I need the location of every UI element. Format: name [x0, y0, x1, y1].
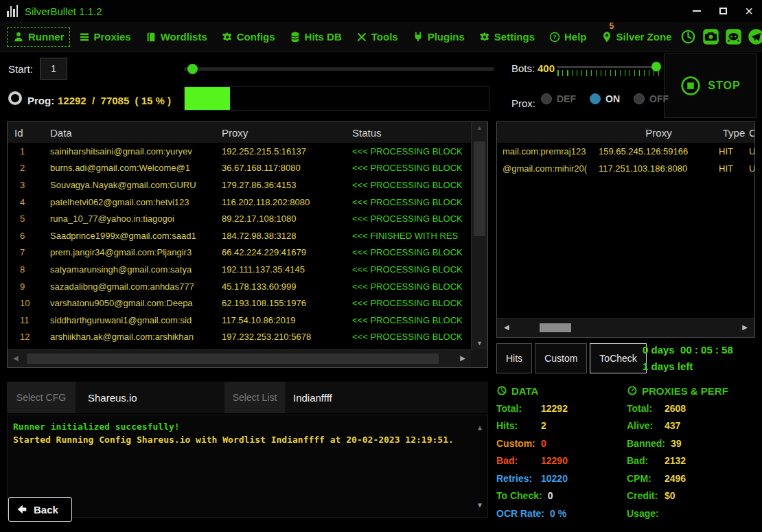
prox-def-radio[interactable]: DEF [541, 93, 576, 104]
scroll-down-icon[interactable]: ▼ [472, 340, 487, 347]
cell-id: 8 [14, 264, 50, 275]
scroll-right-icon[interactable]: ▶ [460, 354, 465, 362]
scroll-up-icon[interactable]: ▲ [472, 124, 487, 131]
tab-hits[interactable]: Hits [496, 343, 532, 373]
progress-fill [185, 87, 230, 110]
table-row[interactable]: 4 patelhetvi062@gmail.com:hetvi123 116.2… [8, 194, 471, 211]
cell-status: <<< PROCESSING BLOCK [352, 247, 471, 257]
gauge-icon [627, 385, 638, 396]
table-row[interactable]: 12 arshiikhan.ak@gmail.com:arshikhan 197… [8, 329, 471, 346]
log-line: Started Running Config Shareus.io with W… [13, 433, 470, 446]
vertical-scrollbar[interactable]: ▲ ▼ [471, 122, 487, 349]
cell-status: <<< PROCESSING BLOCK [352, 332, 471, 342]
table-row[interactable]: 3 Souvagya.Nayak@gmail.com:GURU 179.27.8… [8, 176, 471, 194]
cell-proxy: 197.232.253.210:5678 [222, 332, 352, 342]
radio-circle-icon [541, 93, 552, 104]
tab-label: Plugins [428, 31, 465, 43]
scroll-left-icon[interactable]: ◀ [504, 323, 509, 331]
silver-zone-badge: 5 [610, 21, 614, 31]
bots-slider[interactable] [557, 66, 659, 76]
table-row[interactable]: mail.com:premraj123 159.65.245.126:59166… [497, 143, 754, 160]
scroll-left-icon[interactable]: ◀ [13, 354, 19, 362]
table-row[interactable]: 6 Saadprince1999x@gmail.com:saad1 184.72… [8, 227, 471, 244]
hits-table-body: mail.com:premraj123 159.65.245.126:59166… [497, 143, 754, 177]
proxies-list-icon [78, 31, 91, 43]
stat-label: CPM: [627, 473, 659, 484]
tab-runner[interactable]: Runner [7, 27, 70, 47]
tab-help[interactable]: ? Help [543, 27, 592, 47]
tools-icon [356, 31, 368, 43]
skip-slider[interactable] [184, 67, 494, 71]
header-capture: C [749, 127, 755, 139]
settings-gear-icon [478, 31, 491, 43]
scroll-down-icon[interactable]: ▼ [478, 498, 482, 511]
table-row[interactable]: 9 sazadalibng@gmail.com:anhdas777 45.178… [8, 278, 471, 295]
tab-plugins[interactable]: Plugins [406, 27, 470, 47]
log-console[interactable]: ▲ ▼ Runner initialized succesfully! Star… [7, 415, 488, 518]
tab-settings[interactable]: Settings [473, 27, 540, 47]
cell-status: <<< PROCESSING BLOCK [352, 298, 471, 308]
scrollbar-thumb[interactable] [474, 141, 485, 236]
camera-icon[interactable] [702, 28, 719, 45]
horizontal-scrollbar[interactable]: ◀ ▶ [8, 349, 471, 367]
select-list-button[interactable]: Select List [224, 382, 285, 413]
maximize-button[interactable] [710, 0, 736, 22]
proxies-perf-rows: Total: 2608 Alive: 437 Banned: 39 Bad: 2… [627, 400, 759, 522]
scroll-right-icon[interactable]: ▶ [742, 323, 748, 331]
cell-data: runa_10_77@yahoo.in:tiagogoi [50, 213, 222, 224]
select-cfg-button[interactable]: Select CFG [7, 382, 76, 413]
minimize-button[interactable] [684, 0, 710, 22]
prox-on-radio[interactable]: ON [590, 93, 620, 104]
prox-off-radio[interactable]: OFF [634, 93, 669, 104]
stop-button[interactable]: STOP [664, 54, 757, 118]
tab-custom[interactable]: Custom [535, 343, 587, 373]
bots-slider-track [557, 66, 659, 68]
horizontal-scrollbar[interactable]: ◀ ▶ [497, 318, 754, 337]
stat-row: To Check: 0 [496, 487, 624, 505]
discord-chat-icon[interactable] [725, 28, 742, 45]
scroll-up-icon[interactable]: ▲ [478, 421, 482, 434]
map-pin-icon [601, 31, 613, 43]
table-row[interactable]: 10 varshatonu9050@gmail.com:Deepa 62.193… [8, 294, 471, 312]
history-clock-icon[interactable] [680, 28, 697, 45]
configs-gear-icon [221, 31, 233, 43]
table-row[interactable]: 5 runa_10_77@yahoo.in:tiagogoi 89.22.17.… [8, 210, 471, 227]
scrollbar-thumb[interactable] [540, 323, 571, 332]
cell-status: <<< PROCESSING BLOCK [352, 163, 471, 173]
stat-value: 437 [665, 420, 680, 431]
tab-hits-db[interactable]: Hits DB [284, 27, 347, 47]
bots-slider-thumb[interactable] [651, 62, 661, 71]
table-row[interactable]: 7 prem.jangir34@gmail.com:Pljangir3 66.4… [8, 244, 471, 262]
cell-data: varshatonu9050@gmail.com:Deepa [50, 298, 222, 308]
proxies-perf-panel: PROXIES & PERF Total: 2608 Alive: 437 Ba… [627, 382, 759, 522]
table-row[interactable]: 1 sainiharshitsaini@gmail.com:yuryev 192… [8, 143, 471, 160]
stat-label: Custom: [496, 438, 535, 449]
back-button[interactable]: Back [8, 497, 72, 522]
tab-tocheck[interactable]: ToCheck [590, 343, 646, 373]
cell-type: HIT [719, 163, 749, 174]
data-stats-panel: DATA Total: 12292 Hits: 2 Custom: 0 [496, 382, 624, 522]
selected-config-value: Shareus.io [76, 382, 224, 413]
scrollbar-thumb[interactable] [27, 354, 439, 364]
cell-data: arshiikhan.ak@gmail.com:arshikhan [50, 332, 222, 342]
table-row[interactable]: 2 burns.adi@gmail.com:Welcome@1 36.67.16… [8, 160, 471, 177]
telegram-icon[interactable] [748, 28, 762, 45]
table-row[interactable]: @gmail.com:mihir20( 117.251.103.186:8080… [497, 160, 754, 177]
cell-status: <<< PROCESSING BLOCK [352, 315, 471, 325]
hits-table-header: Proxy Type C [497, 122, 754, 143]
stat-value: 2608 [665, 403, 686, 414]
tab-silver-zone[interactable]: 5 Silver Zone [595, 27, 678, 47]
stat-label: Usage: [627, 508, 659, 519]
close-button[interactable]: × [736, 0, 762, 22]
tab-tools[interactable]: Tools [350, 27, 404, 47]
stat-label: OCR Rate: [496, 508, 544, 519]
stat-value: 2 [541, 420, 546, 431]
table-row[interactable]: 11 siddharthguruwani1@gmail.com:sid 117.… [8, 312, 471, 329]
stat-label: Retries: [496, 473, 535, 484]
tab-proxies[interactable]: Proxies [73, 27, 137, 47]
skip-slider-thumb[interactable] [187, 64, 198, 74]
tab-configs[interactable]: Configs [216, 27, 281, 47]
table-row[interactable]: 8 satyamarunsingh@gmail.com:satya 192.11… [8, 261, 471, 278]
tab-wordlists[interactable]: Wordlists [139, 27, 213, 47]
start-input[interactable] [40, 58, 67, 80]
